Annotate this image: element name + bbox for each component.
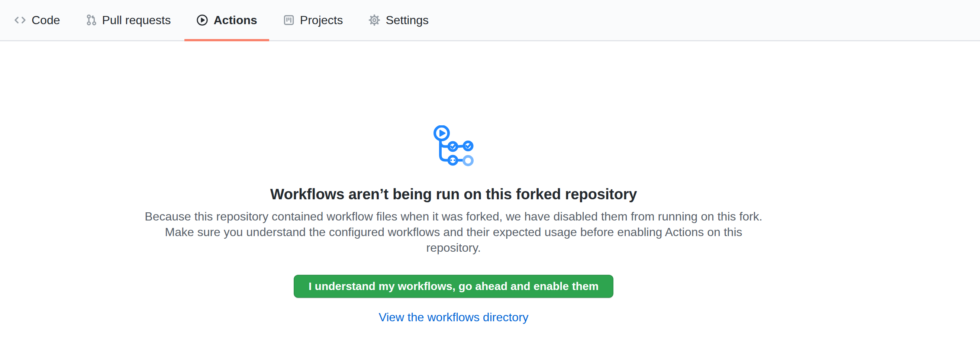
tab-label: Settings	[385, 14, 429, 26]
play-circle-icon	[196, 14, 208, 26]
tab-projects[interactable]: Projects	[271, 0, 355, 40]
blankslate-heading: Workflows aren’t being run on this forke…	[270, 185, 637, 203]
git-pull-request-icon	[86, 14, 97, 26]
tab-settings[interactable]: Settings	[356, 0, 441, 40]
tab-actions[interactable]: Actions	[185, 0, 269, 40]
workflow-graph-icon	[433, 125, 474, 168]
tab-label: Actions	[213, 14, 257, 26]
tab-code[interactable]: Code	[2, 0, 72, 40]
project-board-icon	[283, 14, 295, 26]
blankslate-description: Because this repository contained workfl…	[141, 209, 766, 256]
tab-pull-requests[interactable]: Pull requests	[74, 0, 183, 40]
tab-label: Projects	[300, 14, 343, 26]
enable-workflows-button[interactable]: I understand my workflows, go ahead and …	[294, 275, 613, 298]
repo-tab-bar: Code Pull requests Actions	[0, 0, 980, 41]
tab-label: Code	[32, 14, 60, 26]
gear-icon	[368, 14, 380, 26]
actions-blankslate: Workflows aren’t being run on this forke…	[0, 41, 907, 324]
code-icon	[14, 14, 26, 26]
view-workflows-directory-link[interactable]: View the workflows directory	[379, 310, 528, 324]
tab-label: Pull requests	[102, 14, 171, 26]
